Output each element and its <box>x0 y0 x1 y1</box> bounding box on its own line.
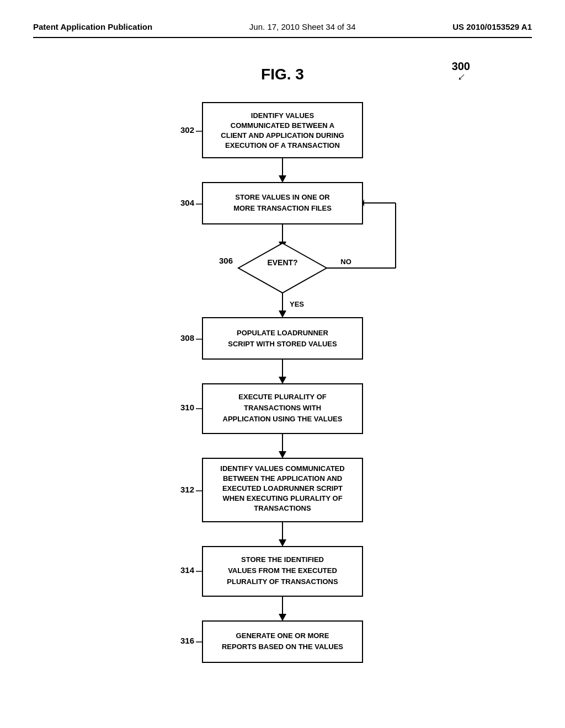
arrow-308-310 <box>279 377 286 384</box>
arrow-306-yes <box>279 311 286 318</box>
step-312-line1: IDENTIFY VALUES COMMUNICATED <box>220 464 344 473</box>
header-patent-number: US 2010/0153529 A1 <box>452 22 532 31</box>
step-304-line2: MORE TRANSACTION FILES <box>233 204 332 212</box>
svg-rect-3 <box>202 183 363 224</box>
step-314-line2: VALUES FROM THE EXECUTED <box>228 566 337 575</box>
header-date-sheet: Jun. 17, 2010 Sheet 34 of 34 <box>249 22 356 31</box>
yes-label: YES <box>290 300 304 308</box>
header: Patent Application Publication Jun. 17, … <box>33 22 532 38</box>
step-310-line3: APPLICATION USING THE VALUES <box>223 415 343 423</box>
step-302-line1: IDENTIFY VALUES <box>251 111 315 120</box>
arrow-310-312 <box>279 451 286 458</box>
step-312-line4: WHEN EXECUTING PLURALITY OF <box>222 494 342 502</box>
step-306-label: EVENT? <box>267 258 297 267</box>
step-312-line5: TRANSACTIONS <box>254 504 311 512</box>
label-302: 302 <box>180 125 194 135</box>
label-314: 314 <box>180 565 195 575</box>
svg-rect-7 <box>202 318 363 359</box>
label-306: 306 <box>219 256 233 265</box>
label-304: 304 <box>180 198 195 207</box>
step-306-diamond <box>238 243 327 293</box>
arrow-312-314 <box>279 539 286 547</box>
step-310-line2: TRANSACTIONS WITH <box>244 404 321 412</box>
step-316-line2: REPORTS BASED ON THE VALUES <box>222 643 343 651</box>
svg-rect-19 <box>202 621 363 662</box>
step-308-line2: SCRIPT WITH STORED VALUES <box>228 340 337 348</box>
step-312-line2: BETWEEN THE APPLICATION AND <box>223 474 342 483</box>
diagram-container: 300 ↑ FIG. 3 IDENTIFY VALUES COMMUNICATE… <box>33 55 532 706</box>
header-publication-label: Patent Application Publication <box>33 22 152 31</box>
page: Patent Application Publication Jun. 17, … <box>0 0 565 728</box>
step-302-line2: COMMUNICATED BETWEEN A <box>231 121 335 130</box>
step-304-line1: STORE VALUES IN ONE OR <box>235 193 330 201</box>
arrow-302-304 <box>279 175 286 183</box>
step-312-line3: EXECUTED LOADRUNNER SCRIPT <box>222 484 343 493</box>
step-314-line3: PLURALITY OF TRANSACTIONS <box>227 577 338 586</box>
step-314-line1: STORE THE IDENTIFIED <box>241 555 324 564</box>
label-310: 310 <box>180 403 194 412</box>
flowchart-svg: IDENTIFY VALUES COMMUNICATED BETWEEN A C… <box>95 97 470 704</box>
label-308: 308 <box>180 333 194 342</box>
step-302-line4: EXECUTION OF A TRANSACTION <box>225 141 340 149</box>
label-312: 312 <box>180 485 194 494</box>
no-label: NO <box>340 258 351 266</box>
step-308-line1: POPULATE LOADRUNNER <box>237 329 328 337</box>
label-316: 316 <box>180 636 194 645</box>
step-316-line1: GENERATE ONE OR MORE <box>236 631 329 640</box>
arrow-314-316 <box>279 614 286 621</box>
ref-300: 300 ↑ <box>452 60 470 84</box>
step-310-line1: EXECUTE PLURALITY OF <box>238 393 326 401</box>
svg-rect-0 <box>202 103 363 158</box>
figure-label: FIG. 3 <box>261 66 304 83</box>
step-302-line3: CLIENT AND APPLICATION DURING <box>221 131 344 140</box>
